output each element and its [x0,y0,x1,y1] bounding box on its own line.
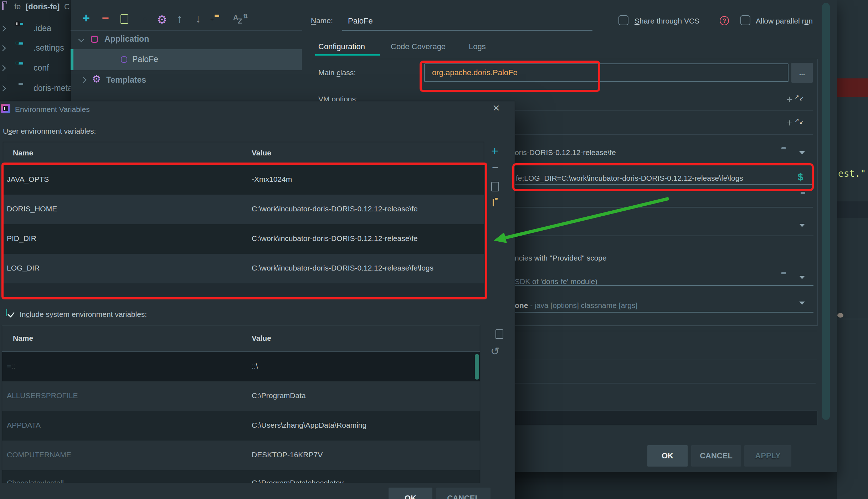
application-type-icon [91,36,98,43]
chevron-right-icon[interactable] [0,65,6,71]
ok-button[interactable]: OK [647,445,688,467]
run-config-toolbar: + − ⚙ ↑ ↓ + AZ ⇅ [71,11,302,30]
working-dir-dropdown-icon[interactable] [799,151,805,154]
chevron-right-icon[interactable] [0,86,6,92]
working-dir-value-fragment[interactable]: oris-DORIS-0.12.12-release\fe [515,148,616,157]
apply-button[interactable]: APPLY [744,445,791,467]
column-header-name[interactable]: Name [13,334,33,343]
table-row[interactable]: APPDATA C:\Users\zhang\AppData\Roaming [2,411,480,441]
tab-configuration[interactable]: Configuration [318,42,365,51]
tree-item-label[interactable]: doris-meta [34,83,72,93]
include-system-checkbox[interactable] [6,309,7,316]
jre-value-fragment[interactable]: SDK of 'doris-fe' module) [515,277,597,286]
allow-parallel-checkbox[interactable] [740,15,750,25]
vm-options-add-icon[interactable]: + [786,93,793,106]
before-launch-selected-row[interactable] [515,411,817,425]
paste-vars-icon[interactable] [493,199,494,206]
remove-var-icon[interactable]: − [492,161,499,174]
editor-code-fragment: est." [838,168,866,179]
config-item-label[interactable]: PaloFe [132,55,158,64]
help-icon[interactable]: ? [720,16,729,25]
editor-line-band [837,201,868,218]
config-tree-group-application[interactable]: Application [71,34,302,46]
chevron-right-icon[interactable] [0,45,6,51]
chevron-down-icon[interactable] [78,36,84,42]
table-row[interactable]: =:: ::\ [2,352,480,381]
sort-configs-button[interactable]: AZ ⇅ [233,14,247,26]
palofe-config-icon [121,56,127,63]
table-row[interactable]: COMPUTERNAME DESKTOP-16KRP7V [2,441,480,470]
env-dialog-header: Environment Variables × [0,101,515,119]
table-scrollbar-thumb[interactable] [475,354,479,380]
close-icon[interactable]: × [493,101,500,115]
move-up-button[interactable]: ↑ [177,12,183,25]
move-down-button[interactable]: ↓ [195,12,201,25]
name-label: Name: [311,16,333,25]
browse-main-class-button[interactable]: ... [791,63,813,83]
annotation-box-env-field [512,163,814,191]
include-system-label[interactable]: Include system environment variables: [20,310,147,319]
editor-highlight-red [837,78,868,97]
before-launch-panel [515,331,817,360]
chevron-right-icon[interactable] [81,77,87,83]
provided-scope-label-fragment[interactable]: ncies with "Provided" scope [515,254,607,262]
chevron-right-icon[interactable] [0,26,6,32]
cancel-button[interactable]: CANCEL [691,445,741,467]
edit-templates-button[interactable]: ⚙ [157,13,167,26]
table-row[interactable]: ALLUSERSPROFILE C:\ProgramData [2,381,480,411]
copy-config-button[interactable] [123,16,124,24]
share-vcs-checkbox[interactable] [618,15,628,25]
screen: fe [doris-fe] C .idea ⚙ .settings ⚙ conf… [0,0,868,499]
row-separator [515,134,813,135]
form-bottom-separator [515,325,817,326]
jre-dropdown-icon[interactable] [799,276,805,279]
remove-config-button[interactable]: − [102,11,109,25]
name-input[interactable]: PaloFe [342,14,592,31]
row-separator [515,110,813,111]
editor-bookmark-dot[interactable] [837,313,843,318]
main-class-label: Main class: [318,68,356,77]
copy-system-vars-icon[interactable] [498,331,499,339]
add-config-button[interactable]: + [82,11,90,26]
row-separator [515,383,816,384]
tab-code-coverage[interactable]: Code Coverage [391,42,446,51]
env-dialog-title: Environment Variables [15,105,90,114]
dialog-scrollbar[interactable] [822,3,830,420]
window-title-project: [doris-fe] [26,2,60,11]
classpath-dropdown-icon[interactable] [799,224,805,227]
editor-separator [837,319,868,319]
env-cancel-button[interactable]: CANCEL [436,488,491,499]
shorten-cmdline-value-fragment[interactable]: one - java [options] classname [args] [515,301,637,310]
add-var-icon[interactable]: + [491,144,498,158]
window-title-path: C [64,2,70,11]
editor-pane: est." [837,0,868,499]
share-vcs-label[interactable]: Share through VCS [635,17,699,25]
config-tree-templates[interactable]: ⚙ Templates [71,74,302,86]
row-separator [515,312,813,313]
copy-vars-icon[interactable] [493,184,495,191]
sort-arrows-icon: ⇅ [243,13,248,20]
table-row[interactable]: ChocolateyInstall C:\ProgramData\chocola… [2,470,480,483]
config-group-label[interactable]: Application [104,34,149,44]
toolbar-separator [71,30,302,31]
templates-label[interactable]: Templates [106,75,146,85]
templates-gear-icon: ⚙ [92,73,101,85]
allow-parallel-label[interactable]: Allow parallel run [756,17,813,25]
form-right-border [817,59,818,326]
column-header-value[interactable]: Value [252,334,271,343]
env-ok-button[interactable]: OK [389,488,432,499]
tab-logs[interactable]: Logs [469,42,486,51]
row-separator [515,236,813,236]
tree-item-label[interactable]: .settings [34,43,64,53]
column-header-value[interactable]: Value [252,149,271,157]
tree-item-label[interactable]: conf [34,63,49,73]
config-tree-selected-row[interactable]: PaloFe [71,49,302,70]
column-header-name[interactable]: Name [13,149,33,157]
active-tab-underline [315,54,380,56]
revert-icon[interactable]: ↺ [491,345,499,357]
tree-item-label[interactable]: .idea [34,24,51,33]
selected-row-accent-bar [71,49,73,70]
shorten-dropdown-icon[interactable] [799,302,805,305]
program-args-add-icon[interactable]: + [786,117,793,129]
row-separator [515,285,813,286]
